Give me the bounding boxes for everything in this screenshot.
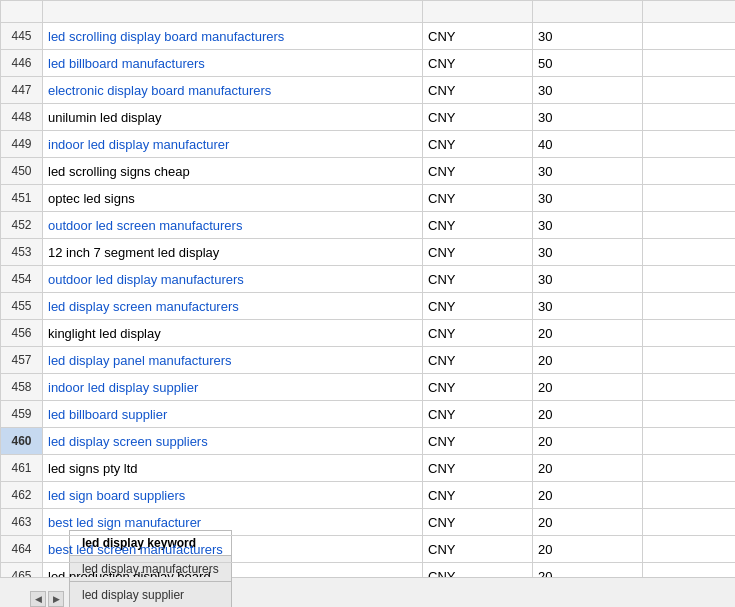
keyword-link[interactable]: indoor led display supplier [48, 380, 198, 395]
col-b-header[interactable] [423, 1, 533, 23]
cell-b[interactable]: CNY [423, 455, 533, 482]
cell-c[interactable]: 30 [533, 158, 643, 185]
cell-a[interactable]: outdoor led display manufacturers [43, 266, 423, 293]
cell-d[interactable] [643, 77, 736, 104]
cell-d[interactable] [643, 266, 736, 293]
keyword-link[interactable]: electronic display board manufacturers [48, 83, 271, 98]
col-a-header[interactable] [43, 1, 423, 23]
cell-a[interactable]: indoor led display manufacturer [43, 131, 423, 158]
cell-b[interactable]: CNY [423, 374, 533, 401]
cell-c[interactable]: 30 [533, 104, 643, 131]
cell-b[interactable]: CNY [423, 482, 533, 509]
cell-b[interactable]: CNY [423, 401, 533, 428]
cell-b[interactable]: CNY [423, 23, 533, 50]
cell-a[interactable]: best led sign manufacturer [43, 509, 423, 536]
cell-d[interactable] [643, 455, 736, 482]
cell-b[interactable]: CNY [423, 320, 533, 347]
cell-c[interactable]: 20 [533, 347, 643, 374]
cell-b[interactable]: CNY [423, 347, 533, 374]
cell-d[interactable] [643, 50, 736, 77]
cell-b[interactable]: CNY [423, 77, 533, 104]
cell-a[interactable]: led display screen manufacturers [43, 293, 423, 320]
tab-nav-left[interactable]: ◀ [30, 591, 46, 607]
cell-c[interactable]: 20 [533, 374, 643, 401]
cell-b[interactable]: CNY [423, 536, 533, 563]
cell-d[interactable] [643, 104, 736, 131]
cell-c[interactable]: 30 [533, 293, 643, 320]
keyword-link[interactable]: best led sign manufacturer [48, 515, 201, 530]
cell-a[interactable]: led display screen suppliers [43, 428, 423, 455]
cell-a[interactable]: electronic display board manufacturers [43, 77, 423, 104]
cell-c[interactable]: 30 [533, 185, 643, 212]
keyword-link[interactable]: led display panel manufacturers [48, 353, 232, 368]
cell-d[interactable] [643, 185, 736, 212]
cell-b[interactable]: CNY [423, 158, 533, 185]
keyword-link[interactable]: led scrolling display board manufacturer… [48, 29, 284, 44]
keyword-link[interactable]: led billboard manufacturers [48, 56, 205, 71]
cell-c[interactable]: 20 [533, 536, 643, 563]
row-number: 460 [1, 428, 43, 455]
cell-c[interactable]: 20 [533, 509, 643, 536]
cell-b[interactable]: CNY [423, 185, 533, 212]
col-c-header[interactable] [533, 1, 643, 23]
keyword-link[interactable]: indoor led display manufacturer [48, 137, 229, 152]
cell-c[interactable]: 20 [533, 401, 643, 428]
cell-a[interactable]: led billboard supplier [43, 401, 423, 428]
keyword-link[interactable]: led sign board suppliers [48, 488, 185, 503]
keyword-link[interactable]: led display screen suppliers [48, 434, 208, 449]
keyword-link[interactable]: led billboard supplier [48, 407, 167, 422]
cell-d[interactable] [643, 401, 736, 428]
cell-c[interactable]: 30 [533, 266, 643, 293]
cell-a[interactable]: best led screen manufacturers [43, 536, 423, 563]
cell-c[interactable]: 50 [533, 50, 643, 77]
cell-d[interactable] [643, 158, 736, 185]
cell-d[interactable] [643, 509, 736, 536]
cell-d[interactable] [643, 131, 736, 158]
table-row: 447electronic display board manufacturer… [1, 77, 736, 104]
cell-a[interactable]: led display panel manufacturers [43, 347, 423, 374]
cell-c[interactable]: 30 [533, 239, 643, 266]
cell-a[interactable]: led billboard manufacturers [43, 50, 423, 77]
sheet-tab-2[interactable]: led display supplier [69, 581, 232, 607]
add-tab-button[interactable] [235, 584, 257, 606]
cell-a[interactable]: led sign board suppliers [43, 482, 423, 509]
cell-c[interactable]: 20 [533, 563, 643, 578]
cell-c[interactable]: 30 [533, 23, 643, 50]
keyword-link[interactable]: outdoor led screen manufacturers [48, 218, 242, 233]
cell-b[interactable]: CNY [423, 293, 533, 320]
cell-a[interactable]: led scrolling display board manufacturer… [43, 23, 423, 50]
cell-b[interactable]: CNY [423, 563, 533, 578]
cell-d[interactable] [643, 482, 736, 509]
cell-d[interactable] [643, 23, 736, 50]
cell-d[interactable] [643, 239, 736, 266]
keyword-link[interactable]: best led screen manufacturers [48, 542, 223, 557]
keyword-link[interactable]: led display screen manufacturers [48, 299, 239, 314]
cell-d[interactable] [643, 347, 736, 374]
cell-b[interactable]: CNY [423, 239, 533, 266]
cell-c[interactable]: 30 [533, 212, 643, 239]
cell-c[interactable]: 20 [533, 482, 643, 509]
cell-b[interactable]: CNY [423, 50, 533, 77]
col-d-header[interactable] [643, 1, 736, 23]
cell-d[interactable] [643, 563, 736, 578]
cell-c[interactable]: 30 [533, 77, 643, 104]
cell-b[interactable]: CNY [423, 104, 533, 131]
cell-c[interactable]: 20 [533, 455, 643, 482]
cell-d[interactable] [643, 428, 736, 455]
cell-d[interactable] [643, 293, 736, 320]
cell-d[interactable] [643, 374, 736, 401]
cell-b[interactable]: CNY [423, 131, 533, 158]
cell-a[interactable]: outdoor led screen manufacturers [43, 212, 423, 239]
cell-b[interactable]: CNY [423, 509, 533, 536]
tab-nav-right[interactable]: ▶ [48, 591, 64, 607]
cell-b[interactable]: CNY [423, 428, 533, 455]
cell-a[interactable]: indoor led display supplier [43, 374, 423, 401]
cell-c[interactable]: 20 [533, 428, 643, 455]
cell-b[interactable]: CNY [423, 212, 533, 239]
cell-c[interactable]: 40 [533, 131, 643, 158]
cell-d[interactable] [643, 212, 736, 239]
keyword-link[interactable]: outdoor led display manufacturers [48, 272, 244, 287]
cell-c[interactable]: 20 [533, 320, 643, 347]
cell-b[interactable]: CNY [423, 266, 533, 293]
cell-d[interactable] [643, 320, 736, 347]
